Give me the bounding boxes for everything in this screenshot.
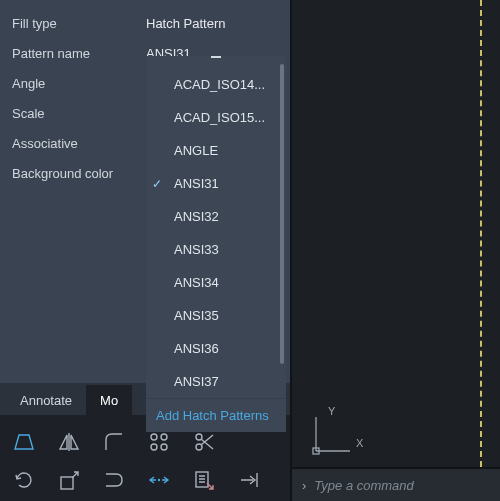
dropdown-item-label: ANSI36 xyxy=(174,341,219,356)
dropdown-list[interactable]: ACAD_ISO14...ACAD_ISO15...ANGLE✓ANSI31AN… xyxy=(146,56,286,398)
prop-value[interactable]: Hatch Pattern xyxy=(146,16,226,31)
chevron-right-icon: › xyxy=(302,478,306,493)
prop-label: Fill type xyxy=(12,16,146,31)
ucs-y-label: Y xyxy=(328,405,335,417)
svg-rect-6 xyxy=(61,477,73,489)
dropdown-item[interactable]: ANGLE xyxy=(146,134,286,167)
trapezoid-icon[interactable] xyxy=(12,430,36,454)
mirror-icon[interactable] xyxy=(57,430,81,454)
dropdown-item-label: ANGLE xyxy=(174,143,218,158)
tab-modify[interactable]: Mo xyxy=(86,385,132,415)
dropdown-item[interactable]: ANSI34 xyxy=(146,266,286,299)
properties-panel: Fill type Hatch Pattern Pattern name ANS… xyxy=(0,0,290,501)
svg-point-7 xyxy=(158,479,160,481)
command-input[interactable] xyxy=(314,478,490,493)
array-icon[interactable] xyxy=(147,430,171,454)
viewport-panel: X Y › xyxy=(290,0,500,501)
svg-point-1 xyxy=(161,434,167,440)
fillet-icon[interactable] xyxy=(102,430,126,454)
explode-icon[interactable] xyxy=(237,468,261,492)
prop-fill-type: Fill type Hatch Pattern xyxy=(12,8,290,38)
svg-point-0 xyxy=(151,434,157,440)
scale-icon[interactable] xyxy=(57,468,81,492)
dropdown-item-label: ACAD_ISO14... xyxy=(174,77,265,92)
scrollbar-thumb[interactable] xyxy=(280,64,284,364)
dropdown-item-label: ANSI33 xyxy=(174,242,219,257)
align-icon[interactable] xyxy=(147,468,171,492)
dropdown-item[interactable]: ACAD_ISO14... xyxy=(146,68,286,101)
drawing-canvas[interactable]: X Y xyxy=(292,0,500,467)
dropdown-item[interactable]: ANSI32 xyxy=(146,200,286,233)
dropdown-item[interactable]: ACAD_ISO15... xyxy=(146,101,286,134)
rotate-icon[interactable] xyxy=(12,468,36,492)
prop-label: Associative xyxy=(12,136,146,151)
properties-icon[interactable] xyxy=(192,468,216,492)
prop-label: Pattern name xyxy=(12,46,146,61)
dropdown-item-label: ACAD_ISO15... xyxy=(174,110,265,125)
dropdown-item[interactable]: ANSI33 xyxy=(146,233,286,266)
dropdown-item-label: ANSI34 xyxy=(174,275,219,290)
dropdown-item-label: ANSI32 xyxy=(174,209,219,224)
svg-point-3 xyxy=(161,444,167,450)
scissors-icon[interactable] xyxy=(192,430,216,454)
prop-label: Background color xyxy=(12,166,146,181)
ucs-x-label: X xyxy=(356,437,363,449)
svg-point-2 xyxy=(151,444,157,450)
command-line[interactable]: › xyxy=(292,467,500,501)
add-hatch-patterns-link[interactable]: Add Hatch Patterns xyxy=(146,398,286,432)
dropdown-item[interactable]: ✓ANSI31 xyxy=(146,167,286,200)
ucs-indicator: X Y xyxy=(310,413,354,459)
toolbar-row-2 xyxy=(8,461,282,499)
dropdown-item[interactable]: ANSI35 xyxy=(146,299,286,332)
dropdown-item[interactable]: ANSI36 xyxy=(146,332,286,365)
dropdown-item-label: ANSI31 xyxy=(174,176,219,191)
dropdown-item-label: ANSI35 xyxy=(174,308,219,323)
dropdown-item-label: ANSI37 xyxy=(174,374,219,389)
prop-label: Scale xyxy=(12,106,146,121)
check-icon: ✓ xyxy=(152,177,168,191)
dropdown-item[interactable]: ANSI37 xyxy=(146,365,286,398)
dashed-guideline xyxy=(480,0,482,467)
pattern-dropdown[interactable]: ACAD_ISO14...ACAD_ISO15...ANGLE✓ANSI31AN… xyxy=(146,56,286,432)
dropdown-partial-item[interactable] xyxy=(146,56,286,68)
tab-annotate[interactable]: Annotate xyxy=(6,385,86,415)
prop-label: Angle xyxy=(12,76,146,91)
stretch-icon[interactable] xyxy=(102,468,126,492)
